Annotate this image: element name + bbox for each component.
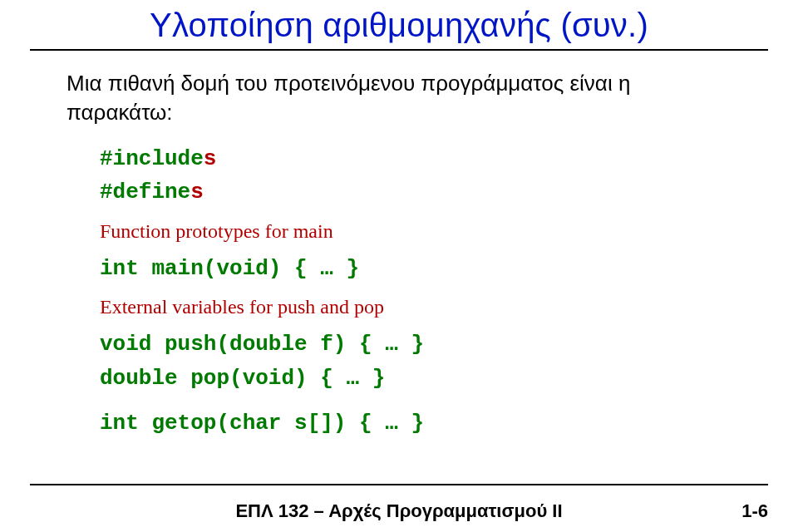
includes-line: #includes [100,142,732,175]
footer-rule [30,484,768,485]
intro-line1: Μια πιθανή δομή του προτεινόμενου προγρά… [66,71,630,96]
proto-comment: Function prototypes for main [100,216,732,247]
page-number: 1-6 [741,500,768,522]
main-signature: int main(void) { … } [100,252,732,285]
code-block: #includes #defines Function prototypes f… [66,142,732,440]
define-suffix: s [190,180,204,204]
getop-signature: int getop(char s[]) { … } [100,406,732,440]
intro-line2: παρακάτω: [66,100,173,125]
footer-text: ΕΠΛ 132 – Αρχές Προγραμματισμού ΙΙ [0,500,798,522]
title-wrap: Υλοποίηση αριθμομηχανής (συν.) [0,0,798,44]
include-kw: #include [100,146,204,171]
intro-text: Μια πιθανή δομή του προτεινόμενου προγρά… [66,69,732,127]
defines-line: #defines [100,175,732,209]
include-suffix: s [204,146,217,171]
push-signature: void push(double f) { … } [100,328,732,361]
content: Μια πιθανή δομή του προτεινόμενου προγρά… [0,51,798,440]
ext-comment: External variables for push and pop [100,292,732,323]
pop-signature: double pop(void) { … } [100,362,732,395]
slide-title: Υλοποίηση αριθμομηχανής (συν.) [150,7,648,44]
define-kw: #define [100,180,190,204]
slide: Υλοποίηση αριθμομηχανής (συν.) Μια πιθαν… [0,0,798,532]
